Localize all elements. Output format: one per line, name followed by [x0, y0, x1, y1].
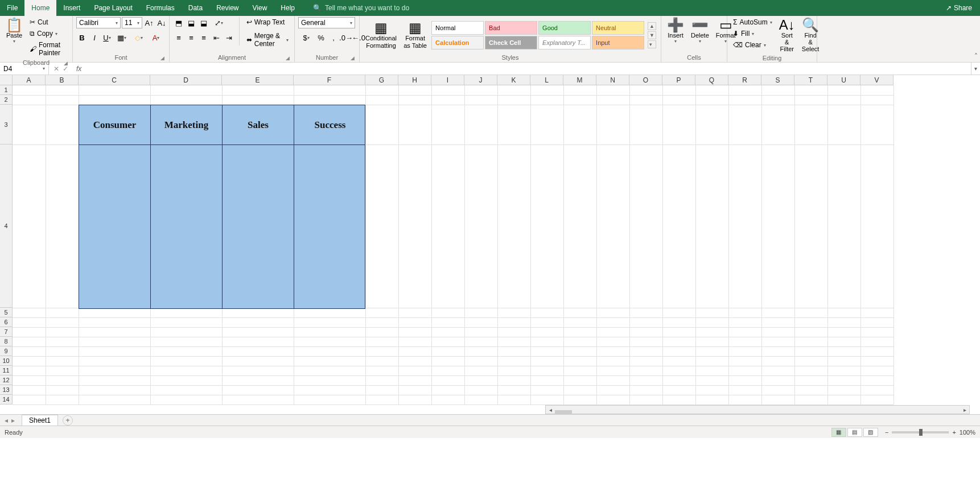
- column-header-K[interactable]: K: [497, 75, 530, 85]
- column-header-E[interactable]: E: [222, 75, 294, 85]
- align-middle-button[interactable]: ⬓: [186, 17, 197, 28]
- column-header-S[interactable]: S: [761, 75, 794, 85]
- row-header-13[interactable]: 13: [0, 385, 13, 395]
- clipboard-dialog-launcher[interactable]: ◢: [64, 60, 68, 66]
- alignment-dialog-launcher[interactable]: ◢: [286, 55, 290, 61]
- column-header-D[interactable]: D: [150, 75, 222, 85]
- scroll-thumb[interactable]: [555, 410, 572, 414]
- increase-decimal-button[interactable]: .0→: [340, 32, 352, 43]
- delete-cells-button[interactable]: ➖Delete▾: [689, 17, 711, 45]
- fx-icon[interactable]: fx: [73, 65, 85, 73]
- italic-button[interactable]: I: [89, 32, 100, 43]
- row-header-14[interactable]: 14: [0, 395, 13, 404]
- sheet-nav-next[interactable]: ▸: [11, 416, 15, 424]
- column-header-F[interactable]: F: [294, 75, 365, 85]
- row-header-4[interactable]: 4: [0, 144, 13, 308]
- decrease-font-button[interactable]: A↓: [156, 17, 167, 28]
- data-table[interactable]: ConsumerMarketingSalesSuccess: [79, 105, 365, 309]
- copy-button[interactable]: ⧉Copy▾: [27, 28, 69, 39]
- page-layout-view-button[interactable]: ▤: [847, 428, 862, 437]
- column-header-G[interactable]: G: [365, 75, 398, 85]
- underline-button[interactable]: U▾: [101, 32, 113, 43]
- table-header-sales[interactable]: Sales: [223, 105, 294, 144]
- conditional-formatting-button[interactable]: ▦ Conditional Formatting: [363, 20, 399, 49]
- collapse-ribbon-button[interactable]: ˄: [974, 52, 978, 60]
- currency-button[interactable]: $▾: [298, 32, 314, 43]
- wrap-text-button[interactable]: ↩Wrap Text: [244, 17, 291, 27]
- comma-button[interactable]: ,: [328, 32, 339, 43]
- align-center-button[interactable]: ≡: [186, 32, 197, 43]
- increase-font-button[interactable]: A↑: [143, 17, 155, 28]
- column-header-C[interactable]: C: [79, 75, 150, 85]
- row-header-1[interactable]: 1: [0, 85, 13, 95]
- column-header-P[interactable]: P: [662, 75, 695, 85]
- cell-style-normal[interactable]: Normal: [431, 21, 484, 35]
- sheet-tab[interactable]: Sheet1: [22, 415, 58, 426]
- column-header-R[interactable]: R: [728, 75, 761, 85]
- bold-button[interactable]: B: [76, 32, 88, 43]
- column-header-L[interactable]: L: [530, 75, 563, 85]
- share-button[interactable]: ↗ Share: [938, 4, 980, 12]
- add-sheet-button[interactable]: +: [63, 415, 73, 426]
- table-header-marketing[interactable]: Marketing: [151, 105, 223, 144]
- column-header-T[interactable]: T: [794, 75, 827, 85]
- table-header-consumer[interactable]: Consumer: [79, 105, 151, 144]
- cell-style-bad[interactable]: Bad: [485, 21, 537, 35]
- font-dialog-launcher[interactable]: ◢: [160, 55, 164, 61]
- number-dialog-launcher[interactable]: ◢: [351, 55, 355, 61]
- fill-button[interactable]: ⬇Fill▾: [731, 28, 775, 39]
- ribbon-tab-file[interactable]: File: [0, 0, 24, 16]
- row-header-6[interactable]: 6: [0, 317, 13, 327]
- column-header-B[interactable]: B: [46, 75, 79, 85]
- orientation-button[interactable]: ⤢▾: [211, 17, 227, 28]
- scroll-right-button[interactable]: ▸: [960, 407, 969, 413]
- align-bottom-button[interactable]: ⬓: [198, 17, 209, 28]
- font-size-select[interactable]: 11▾: [122, 17, 142, 28]
- row-header-9[interactable]: 9: [0, 346, 13, 356]
- styles-more-button[interactable]: ▾: [648, 40, 656, 48]
- ribbon-tab-home[interactable]: Home: [24, 0, 56, 16]
- zoom-level[interactable]: 100%: [960, 429, 975, 436]
- ribbon-tab-formulas[interactable]: Formulas: [139, 0, 182, 16]
- align-top-button[interactable]: ⬒: [173, 17, 184, 28]
- cell-style-explanatory-t-[interactable]: Explanatory T...: [538, 36, 591, 49]
- column-header-J[interactable]: J: [464, 75, 497, 85]
- find-select-button[interactable]: 🔍Find & Select: [800, 17, 822, 53]
- format-painter-button[interactable]: 🖌Format Painter: [27, 40, 69, 58]
- column-header-U[interactable]: U: [827, 75, 860, 85]
- decrease-indent-button[interactable]: ⇤: [211, 32, 222, 43]
- styles-scroll-down[interactable]: ▼: [648, 31, 656, 39]
- cell-style-check-cell[interactable]: Check Cell: [485, 36, 537, 49]
- cell-style-input[interactable]: Input: [592, 36, 644, 49]
- zoom-slider[interactable]: [892, 431, 949, 433]
- zoom-in-button[interactable]: +: [952, 429, 956, 436]
- table-header-success[interactable]: Success: [294, 105, 366, 144]
- font-color-button[interactable]: A▾: [148, 32, 164, 43]
- column-header-Q[interactable]: Q: [695, 75, 728, 85]
- number-format-select[interactable]: General▾: [298, 17, 355, 28]
- column-header-M[interactable]: M: [563, 75, 596, 85]
- align-right-button[interactable]: ≡: [198, 32, 209, 43]
- ribbon-tab-review[interactable]: Review: [209, 0, 245, 16]
- cell-style-neutral[interactable]: Neutral: [592, 21, 644, 35]
- row-header-2[interactable]: 2: [0, 95, 13, 105]
- sheet-nav-prev[interactable]: ◂: [5, 416, 8, 424]
- ribbon-tab-page-layout[interactable]: Page Layout: [87, 0, 139, 16]
- select-all-corner[interactable]: [0, 75, 13, 85]
- tell-me-search[interactable]: 🔍 Tell me what you want to do: [313, 4, 938, 12]
- paste-button[interactable]: 📋 Paste ▾: [3, 17, 25, 45]
- column-header-A[interactable]: A: [13, 75, 46, 85]
- row-header-11[interactable]: 11: [0, 366, 13, 375]
- scroll-left-button[interactable]: ◂: [546, 407, 555, 413]
- normal-view-button[interactable]: ▦: [831, 428, 846, 437]
- row-header-12[interactable]: 12: [0, 375, 13, 385]
- row-header-7[interactable]: 7: [0, 327, 13, 337]
- format-as-table-button[interactable]: ▦ Format as Table: [401, 20, 429, 49]
- increase-indent-button[interactable]: ⇥: [223, 32, 234, 43]
- ribbon-tab-help[interactable]: Help: [274, 0, 302, 16]
- horizontal-scrollbar[interactable]: ◂ ▸: [545, 405, 970, 414]
- insert-cells-button[interactable]: ➕Insert▾: [665, 17, 686, 45]
- row-header-5[interactable]: 5: [0, 308, 13, 317]
- fill-color-button[interactable]: ◇▾: [131, 32, 147, 43]
- ribbon-tab-view[interactable]: View: [246, 0, 274, 16]
